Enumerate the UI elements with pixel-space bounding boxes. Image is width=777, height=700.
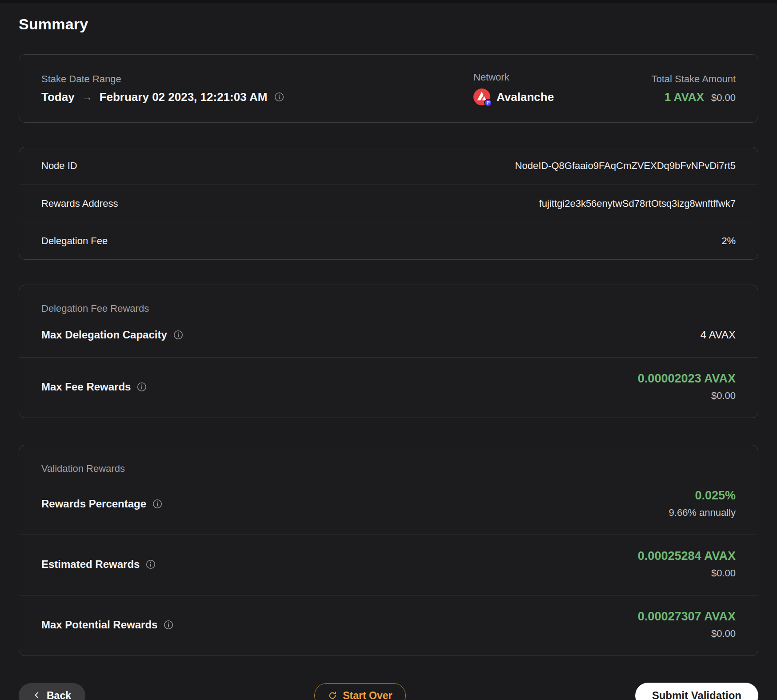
start-over-label: Start Over — [343, 690, 392, 700]
max-potential-rewards-label: Max Potential Rewards — [41, 619, 157, 631]
submit-validation-label: Submit Validation — [652, 689, 741, 700]
node-id-label: Node ID — [41, 160, 77, 172]
estimated-rewards-usd: $0.00 — [638, 567, 736, 579]
stake-date-from: Today — [41, 90, 75, 104]
total-stake-label: Total Stake Amount — [620, 73, 736, 85]
rewards-address-value: fujittgi2e3k56enytwSd78rtOtsq3izg8wnftff… — [539, 198, 736, 209]
total-stake-usd: $0.00 — [711, 92, 736, 104]
back-button[interactable]: Back — [19, 683, 85, 700]
max-fee-rewards-usd: $0.00 — [638, 390, 736, 402]
max-fee-rewards-label: Max Fee Rewards — [41, 381, 131, 393]
delegation-fee-rewards-card: Delegation Fee Rewards Max Delegation Ca… — [19, 285, 758, 418]
footer-actions: Back Start Over Submit Validation — [19, 683, 758, 700]
rewards-percentage-info-icon[interactable] — [152, 499, 162, 509]
network-name: Avalanche — [497, 90, 554, 104]
validation-rewards-card: Validation Rewards Rewards Percentage 0.… — [19, 445, 758, 656]
stake-date-range-label: Stake Date Range — [41, 73, 473, 85]
max-potential-rewards-info-icon[interactable] — [164, 620, 173, 630]
rewards-percentage-value: 0.025% — [669, 489, 736, 503]
rewards-percentage-label: Rewards Percentage — [41, 498, 146, 510]
estimated-rewards-value: 0.00025284 AVAX — [638, 549, 736, 563]
stake-date-to: February 02 2023, 12:21:03 AM — [100, 90, 268, 104]
delegation-fee-value: 2% — [721, 235, 736, 247]
max-delegation-capacity-info-icon[interactable] — [173, 330, 183, 340]
network-group: Network P Avalanche — [473, 72, 620, 105]
back-button-label: Back — [47, 690, 71, 700]
chevron-left-icon — [33, 690, 41, 700]
top-edge-strip — [0, 0, 777, 3]
restart-icon — [328, 691, 337, 700]
max-delegation-capacity-label: Max Delegation Capacity — [41, 329, 167, 341]
estimated-rewards-label: Estimated Rewards — [41, 558, 140, 571]
stake-summary-card: Stake Date Range Today → February 02 202… — [19, 54, 758, 123]
arrow-right-icon: → — [82, 91, 92, 103]
max-fee-rewards-value: 0.00002023 AVAX — [638, 372, 736, 386]
stake-date-info-icon[interactable] — [274, 92, 284, 102]
max-delegation-capacity-row: Max Delegation Capacity 4 AVAX — [19, 314, 758, 357]
page-title: Summary — [19, 16, 758, 33]
max-potential-rewards-row: Max Potential Rewards 0.00027307 AVAX $0… — [19, 595, 758, 656]
rewards-percentage-row: Rewards Percentage 0.025% 9.66% annually — [19, 475, 758, 535]
max-delegation-capacity-value: 4 AVAX — [701, 329, 736, 341]
table-row-rewards-address: Rewards Address fujittgi2e3k56enytwSd78r… — [19, 185, 758, 222]
delegation-fee-label: Delegation Fee — [41, 235, 108, 247]
estimated-rewards-info-icon[interactable] — [146, 559, 156, 569]
max-fee-rewards-info-icon[interactable] — [137, 382, 147, 392]
max-fee-rewards-row: Max Fee Rewards 0.00002023 AVAX $0.00 — [19, 357, 758, 418]
rewards-address-label: Rewards Address — [41, 198, 118, 209]
p-chain-badge: P — [484, 99, 492, 107]
max-potential-rewards-value: 0.00027307 AVAX — [638, 610, 736, 624]
node-details-card: Node ID NodeID-Q8Gfaaio9FAqCmZVEXDq9bFvN… — [19, 147, 758, 260]
table-row-delegation-fee: Delegation Fee 2% — [19, 222, 758, 259]
submit-validation-button[interactable]: Submit Validation — [635, 683, 758, 700]
estimated-rewards-row: Estimated Rewards 0.00025284 AVAX $0.00 — [19, 535, 758, 595]
start-over-button[interactable]: Start Over — [314, 683, 406, 700]
max-potential-rewards-usd: $0.00 — [638, 628, 736, 640]
table-row-node-id: Node ID NodeID-Q8Gfaaio9FAqCmZVEXDq9bFvN… — [19, 147, 758, 185]
validation-rewards-title: Validation Rewards — [19, 445, 758, 475]
avalanche-icon: P — [473, 89, 490, 105]
rewards-percentage-annual: 9.66% annually — [669, 507, 736, 519]
delegation-fee-rewards-title: Delegation Fee Rewards — [19, 285, 758, 314]
total-stake-group: Total Stake Amount 1 AVAX $0.00 — [620, 73, 736, 104]
node-id-value: NodeID-Q8Gfaaio9FAqCmZVEXDq9bFvNPvDi7rt5 — [515, 160, 736, 172]
network-label: Network — [473, 72, 620, 83]
stake-date-range-group: Stake Date Range Today → February 02 202… — [41, 73, 473, 104]
total-stake-amount: 1 AVAX — [665, 90, 704, 104]
